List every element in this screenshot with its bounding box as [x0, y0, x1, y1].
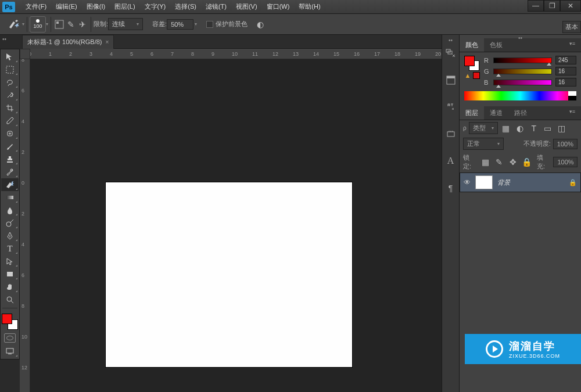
character-panel-icon[interactable]	[446, 102, 456, 112]
document-tab[interactable]: 未标题-1 @ 100%(RGB/8) ×	[22, 35, 114, 49]
filter-shape-icon[interactable]: ▭	[542, 123, 554, 134]
brush-panel-icon[interactable]	[53, 19, 65, 30]
quickmask-button[interactable]	[4, 333, 16, 343]
menu-file[interactable]: 文件(F)	[21, 1, 51, 13]
blur-tool[interactable]	[1, 204, 19, 217]
dodge-tool[interactable]	[1, 217, 19, 229]
filter-smart-icon[interactable]: ◫	[556, 123, 568, 134]
ruler-horizontal[interactable]: 01234567891011121314151617181920	[30, 49, 459, 59]
canvas-viewport[interactable]	[30, 59, 459, 392]
window-maximize-button[interactable]: ❐	[544, 0, 560, 12]
layers-panel-menu-icon[interactable]: ▾≡	[564, 106, 581, 120]
layer-thumbnail[interactable]	[475, 175, 493, 189]
gamut-swatch[interactable]	[473, 72, 480, 79]
gradient-tool[interactable]	[1, 191, 19, 204]
g-value[interactable]: 16	[555, 67, 576, 75]
layer-filter-select[interactable]: 类型▾	[469, 122, 498, 134]
menu-select[interactable]: 选择(S)	[170, 1, 201, 13]
history-brush-tool[interactable]	[1, 166, 19, 178]
g-slider[interactable]	[493, 69, 552, 74]
menu-image[interactable]: 图像(I)	[82, 1, 110, 13]
eraser-tool[interactable]	[1, 178, 19, 191]
tab-layers[interactable]: 图层	[460, 106, 484, 120]
toolbox-collapse-icon[interactable]: ••	[2, 36, 6, 42]
lock-all-icon[interactable]: 🔒	[521, 156, 532, 168]
layer-name[interactable]: 背景	[497, 178, 564, 187]
menu-help[interactable]: 帮助(H)	[294, 1, 325, 13]
collapsed-grip-icon[interactable]: ••	[449, 37, 453, 44]
filter-pixel-icon[interactable]: ▦	[500, 123, 512, 134]
brush-preset-picker[interactable]: 100	[30, 16, 46, 33]
r-slider[interactable]	[493, 57, 552, 63]
brush-settings-icon[interactable]: ✎	[65, 19, 77, 30]
layer-row-background[interactable]: 👁 背景 🔒	[460, 172, 581, 192]
color-panel-menu-icon[interactable]: ▾≡	[564, 38, 581, 52]
eyedropper-tool[interactable]	[1, 114, 19, 127]
menu-bar: Ps 文件(F) 编辑(E) 图像(I) 图层(L) 文字(Y) 选择(S) 滤…	[0, 0, 581, 14]
properties-panel-icon[interactable]	[446, 75, 456, 85]
type-panel-icon[interactable]: A	[447, 156, 454, 166]
panel-swatches[interactable]	[464, 56, 479, 71]
window-minimize-button[interactable]: —	[528, 0, 544, 12]
window-close-button[interactable]: ✕	[560, 0, 581, 12]
limit-select[interactable]: 连续▾	[108, 18, 143, 30]
menu-filter[interactable]: 滤镜(T)	[201, 1, 231, 13]
screenmode-button[interactable]	[1, 345, 19, 358]
menu-edit[interactable]: 编辑(E)	[51, 1, 82, 13]
protect-fg-checkbox[interactable]	[206, 21, 213, 28]
b-slider[interactable]	[493, 80, 552, 85]
b-value[interactable]: 16	[555, 78, 576, 87]
options-bar: ▾ 100 ▾ ✎ ✈ 限制: 连续▾ 容差: 50% ▾ 保护前景色 ◐	[0, 14, 581, 35]
svg-rect-15	[447, 132, 454, 136]
fill-input[interactable]: 100%	[553, 157, 578, 167]
opacity-input[interactable]: 100%	[553, 139, 578, 149]
tab-color[interactable]: 颜色	[460, 38, 484, 52]
tab-swatches[interactable]: 色板	[484, 38, 508, 52]
menu-type[interactable]: 文字(Y)	[140, 1, 171, 13]
menu-layer[interactable]: 图层(L)	[110, 1, 139, 13]
type-tool[interactable]: T	[1, 242, 19, 255]
lasso-tool[interactable]	[1, 76, 19, 89]
workspace-basic-tag[interactable]: 基本	[562, 21, 581, 33]
gamut-warning-icon[interactable]: ▲	[465, 72, 471, 79]
marquee-tool[interactable]	[1, 63, 19, 76]
tab-channels[interactable]: 通道	[484, 106, 508, 120]
lock-trans-icon[interactable]: ▦	[480, 156, 492, 168]
lock-paint-icon[interactable]: ✎	[493, 156, 505, 168]
layers-panel-tabs: 图层 通道 路径 ▾≡	[460, 106, 581, 120]
tab-paths[interactable]: 路径	[508, 106, 533, 120]
layer-visibility-icon[interactable]: 👁	[464, 178, 471, 186]
color-swatches[interactable]	[2, 314, 18, 330]
brush-presets-icon[interactable]	[446, 129, 456, 138]
hand-tool[interactable]	[1, 280, 19, 293]
ruler-vertical[interactable]: 8642024681012	[20, 59, 30, 392]
blendmode-select[interactable]: 正常▾	[463, 138, 504, 150]
move-tool[interactable]	[1, 51, 19, 63]
filter-type-icon[interactable]: T	[528, 123, 540, 134]
tolerance-input[interactable]: 50%	[167, 19, 193, 30]
ruler-origin[interactable]	[20, 49, 30, 59]
wand-tool[interactable]	[1, 89, 19, 102]
close-tab-icon[interactable]: ×	[106, 39, 109, 45]
airbrush-icon[interactable]: ✈	[77, 19, 88, 30]
pressure-icon[interactable]: ◐	[254, 19, 266, 30]
brush-tool[interactable]	[1, 140, 19, 153]
filter-adjust-icon[interactable]: ◐	[514, 123, 526, 134]
path-select-tool[interactable]	[1, 255, 19, 268]
canvas[interactable]	[106, 182, 352, 367]
lock-move-icon[interactable]: ✥	[507, 156, 519, 168]
current-tool-icon[interactable]	[7, 17, 21, 31]
shape-tool[interactable]	[1, 268, 19, 280]
foreground-swatch[interactable]	[2, 314, 12, 324]
menu-view[interactable]: 视图(V)	[231, 1, 262, 13]
menu-window[interactable]: 窗口(W)	[262, 1, 295, 13]
zoom-tool[interactable]	[1, 293, 19, 306]
paragraph-panel-icon[interactable]: ¶	[449, 184, 453, 193]
pen-tool[interactable]	[1, 229, 19, 242]
spectrum-ramp[interactable]	[464, 91, 576, 100]
healing-tool[interactable]	[1, 127, 19, 140]
stamp-tool[interactable]	[1, 153, 19, 166]
r-value[interactable]: 245	[555, 56, 576, 64]
crop-tool[interactable]	[1, 102, 19, 114]
history-panel-icon[interactable]	[446, 49, 456, 58]
